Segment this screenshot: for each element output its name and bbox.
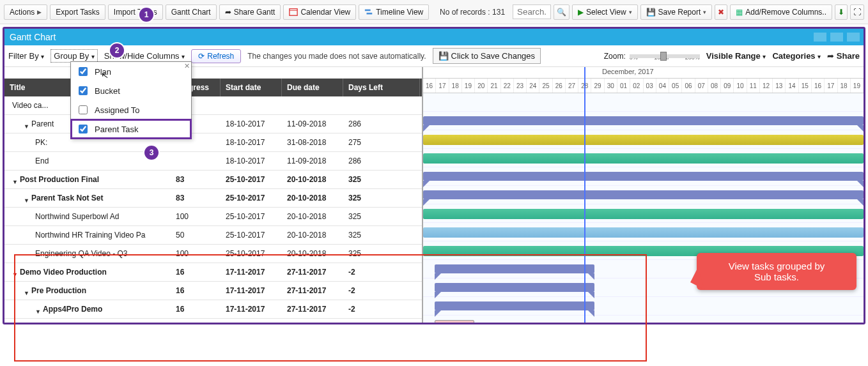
- day-cell: 02: [630, 79, 643, 93]
- filter-by-dropdown[interactable]: Filter By ▾: [8, 51, 44, 61]
- gantt-row: [423, 112, 864, 130]
- table-row[interactable]: Engineering QA Video - Q310025-10-201720…: [4, 245, 422, 263]
- timeline-view-button[interactable]: Timeline View: [359, 4, 429, 20]
- gantt-bar[interactable]: [423, 209, 864, 219]
- group-by-bucket[interactable]: Bucket: [71, 81, 191, 100]
- cell-start: 18-10-2017: [221, 119, 282, 128]
- export-tasks-button[interactable]: Export Tasks: [50, 4, 105, 20]
- table-row[interactable]: Prepare demo environment5017-11-201719-1…: [4, 319, 422, 323]
- checkbox-assigned-to[interactable]: [79, 105, 88, 114]
- categories-dropdown[interactable]: Categories ▾: [772, 51, 821, 61]
- day-cell: 21: [488, 79, 500, 93]
- gantt-bar[interactable]: [435, 301, 594, 310]
- trash-icon: ✖: [718, 8, 724, 17]
- save-changes-button[interactable]: 💾Click to Save Changes: [433, 48, 541, 64]
- checkbox-parent-task[interactable]: [79, 125, 88, 133]
- save-report-button[interactable]: 💾Save Report▾: [640, 4, 713, 20]
- import-tasks-button[interactable]: Import Tasks: [108, 4, 163, 20]
- task-title: Video ca...: [12, 101, 48, 110]
- caret-right-icon: ▶: [37, 9, 42, 15]
- table-row[interactable]: Demo Video Production1617-11-201727-11-2…: [4, 263, 422, 282]
- gantt-bar[interactable]: [423, 153, 864, 164]
- cell-start: 18-10-2017: [221, 156, 282, 165]
- expand-caret-icon[interactable]: [12, 270, 17, 275]
- cell-due: 11-09-2018: [282, 119, 343, 128]
- window-close-button[interactable]: [847, 33, 860, 42]
- group-by-assigned-to[interactable]: Assigned To: [71, 100, 191, 119]
- expand-icon: ⛶: [853, 8, 861, 17]
- task-title: Pre Production: [31, 286, 86, 295]
- cell-due: 11-09-2018: [282, 156, 343, 165]
- cell-start: 25-10-2017: [221, 212, 282, 221]
- annotation-bubble-3: 3: [144, 146, 159, 160]
- gantt-bar[interactable]: [423, 116, 864, 125]
- expand-caret-icon[interactable]: [24, 121, 29, 126]
- share-button[interactable]: ➦ Share: [827, 51, 860, 61]
- group-by-dropdown[interactable]: Group By ▾: [50, 49, 98, 63]
- export-excel-button[interactable]: ⬇: [835, 4, 848, 20]
- expand-caret-icon[interactable]: [12, 177, 17, 182]
- gantt-bar[interactable]: Prepare: [435, 320, 474, 323]
- table-row[interactable]: PK:18-10-201731-08-2018275: [4, 133, 422, 152]
- select-view-button[interactable]: ▶Select View▾: [572, 4, 637, 20]
- calendar-view-button[interactable]: Calendar View: [283, 4, 356, 20]
- refresh-button[interactable]: ⟳Refresh: [191, 49, 241, 63]
- group-by-parent-task[interactable]: Parent Task: [71, 119, 191, 139]
- day-cell: 14: [786, 79, 798, 93]
- main-toolbar: Actions▶ Export Tasks Import Tasks Gantt…: [0, 0, 868, 24]
- table-row[interactable]: Parent Task Not Set8325-10-201720-10-201…: [4, 189, 422, 208]
- table-row[interactable]: Apps4Pro Demo1617-11-201727-11-2017-2: [4, 300, 422, 319]
- share-gantt-button[interactable]: ➦Share Gantt: [219, 4, 281, 20]
- window-maximize-button[interactable]: [830, 33, 843, 42]
- gantt-chart-button[interactable]: Gantt Chart: [166, 4, 217, 20]
- expand-caret-icon[interactable]: [24, 288, 29, 293]
- visible-range-dropdown[interactable]: Visible Range ▾: [706, 51, 766, 61]
- gantt-bar[interactable]: [435, 283, 594, 292]
- expand-caret-icon[interactable]: [24, 195, 29, 201]
- dropdown-close-button[interactable]: ✕: [184, 62, 190, 70]
- cell-start: 18-10-2017: [221, 138, 282, 147]
- window-minimize-button[interactable]: [814, 33, 826, 42]
- table-row[interactable]: Parent18-10-201711-09-2018286: [4, 115, 422, 133]
- col-start[interactable]: Start date: [221, 79, 282, 96]
- col-due[interactable]: Due date: [282, 79, 343, 96]
- fullscreen-button[interactable]: ⛶: [850, 4, 864, 20]
- day-cell: 11: [747, 79, 760, 93]
- cell-days: -2: [343, 268, 420, 277]
- table-row[interactable]: Pre Production1617-11-201727-11-2017-2: [4, 282, 422, 300]
- checkbox-bucket[interactable]: [79, 86, 88, 95]
- checkbox-plan[interactable]: [79, 67, 88, 76]
- table-row[interactable]: Video ca...: [4, 96, 422, 115]
- gantt-bar[interactable]: [423, 172, 864, 181]
- table-row[interactable]: Post Production Final8325-10-201720-10-2…: [4, 171, 422, 189]
- expand-caret-icon[interactable]: [35, 307, 40, 312]
- svg-rect-2: [365, 9, 371, 11]
- cell-days: 325: [343, 212, 420, 221]
- day-cell: 23: [514, 79, 527, 93]
- table-row[interactable]: End18-10-201711-09-2018286: [4, 152, 422, 171]
- excel-icon: ⬇: [838, 8, 844, 17]
- actions-button[interactable]: Actions▶: [4, 4, 47, 20]
- cell-start: 17-11-2017: [221, 305, 282, 314]
- table-row[interactable]: Northwind Superbowl Ad10025-10-201720-10…: [4, 208, 422, 226]
- column-headers: Title Progress Start date Due date Days …: [4, 79, 422, 96]
- zoom-slider-thumb[interactable]: [660, 52, 667, 61]
- search-input[interactable]: [513, 4, 551, 19]
- search-go-button[interactable]: 🔍: [554, 4, 570, 20]
- col-days[interactable]: Days Left: [343, 79, 420, 96]
- table-row[interactable]: Northwind HR Training Video Pa5025-10-20…: [4, 226, 422, 245]
- gantt-bar[interactable]: [423, 227, 864, 238]
- zoom-slider[interactable]: [630, 54, 700, 58]
- cell-prog: 16: [171, 268, 221, 277]
- day-cell: 03: [644, 79, 656, 93]
- add-remove-columns-button[interactable]: ▦Add/Remove Columns..: [730, 4, 832, 20]
- group-by-plan[interactable]: Plan: [71, 62, 191, 81]
- gantt-bar[interactable]: [423, 190, 864, 199]
- gantt-row: [423, 223, 864, 241]
- refresh-icon: ⟳: [198, 52, 205, 61]
- gantt-bar[interactable]: [435, 264, 594, 273]
- caret-down-icon: ▾: [763, 53, 766, 60]
- day-cell: 08: [708, 79, 721, 93]
- gantt-bar[interactable]: [423, 135, 864, 145]
- delete-view-button[interactable]: ✖: [715, 4, 727, 20]
